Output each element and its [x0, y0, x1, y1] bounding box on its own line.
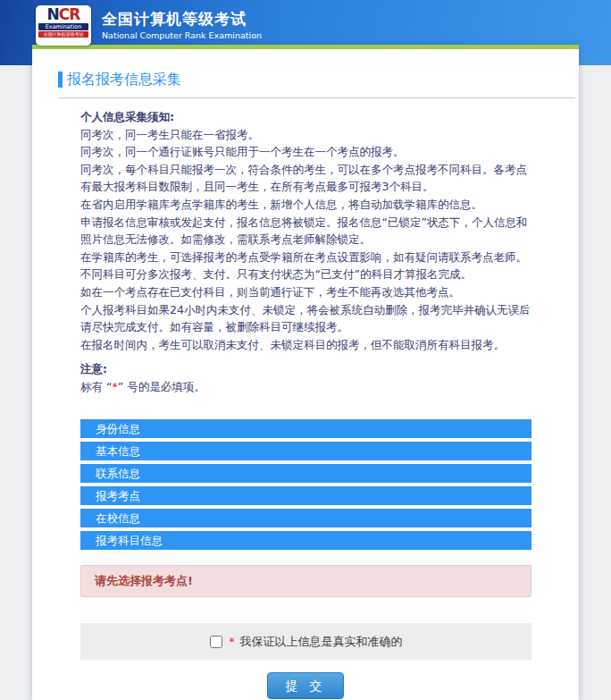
- form-section-list: 身份信息 基本信息 联系信息 报考考点 在校信息 报考科目信息: [80, 419, 531, 553]
- site-title: 全国计算机等级考试: [102, 10, 262, 28]
- ncre-logo-tagline: 全国计算机等级考试: [38, 31, 88, 38]
- submit-button[interactable]: 提 交: [267, 672, 344, 699]
- section-header-identity[interactable]: 身份信息: [80, 419, 531, 438]
- confirm-checkbox[interactable]: [210, 636, 222, 648]
- section-header-basic[interactable]: 基本信息: [80, 442, 531, 460]
- ncre-logo-examination: Examination: [38, 23, 88, 30]
- title-accent-bar: [58, 72, 63, 88]
- notice-line: 在报名时间内，考生可以取消未支付、未锁定科目的报考，但不能取消所有科目报考。: [80, 336, 531, 354]
- ncre-logo: NCR Examination 全国计算机等级考试: [36, 5, 91, 46]
- page-title: 报名报考信息采集: [67, 72, 181, 88]
- site-subtitle: National Computer Rank Examination: [102, 30, 262, 41]
- notice-line: 在学籍库的考生，可选择报考的考点受学籍所在考点设置影响，如有疑问请联系考点老师。: [80, 249, 531, 266]
- confirm-label: 我保证以上信息是真实和准确的: [240, 634, 403, 650]
- notice-line: 同考次，同一个通行证账号只能用于一个考生在一个考点的报考。: [80, 143, 531, 161]
- confirm-required-star: *: [230, 636, 235, 648]
- error-alert: 请先选择报考考点!: [80, 565, 531, 597]
- notice-line: 同考次，每个科目只能报考一次，符合条件的考生，可以在多个考点报考不同科目。各考点…: [80, 161, 531, 196]
- notice-line: 在省内启用学籍库考点学籍库的考生，新增个人信息，将自动加载学籍库的信息。: [80, 196, 531, 214]
- section-header-contact[interactable]: 联系信息: [80, 464, 531, 483]
- required-prefix: 标有 “: [80, 380, 112, 393]
- notice-line: 申请报名信息审核或发起支付，报名信息将被锁定。报名信息“已锁定”状态下，个人信息…: [80, 214, 531, 249]
- notice-note-heading: 注意:: [80, 360, 531, 378]
- notice-required-line: 标有 “*” 号的是必填项。: [80, 378, 531, 396]
- page-title-row: 报名报考信息采集: [58, 72, 575, 98]
- notice-block: 个人信息采集须知: 同考次，同一考生只能在一省报考。 同考次，同一个通行证账号只…: [80, 108, 531, 396]
- notice-heading: 个人信息采集须知:: [80, 108, 531, 126]
- notice-line: 个人报考科目如果24小时内未支付、未锁定，将会被系统自动删除，报考完毕并确认无误…: [80, 301, 531, 336]
- section-header-school[interactable]: 在校信息: [80, 509, 531, 527]
- site-header: NCR Examination 全国计算机等级考试 全国计算机等级考试 Nati…: [36, 5, 262, 46]
- notice-line: 同考次，同一考生只能在一省报考。: [80, 126, 531, 144]
- section-header-exam-site[interactable]: 报考考点: [80, 486, 531, 505]
- ncre-logo-letters: NCR: [38, 7, 88, 22]
- confirm-bar: * 我保证以上信息是真实和准确的: [80, 623, 531, 660]
- notice-line: 不同科目可分多次报考、支付。只有支付状态为“已支付”的科目才算报名完成。: [80, 266, 531, 283]
- section-header-subjects[interactable]: 报考科目信息: [80, 531, 531, 550]
- required-suffix: ” 号的是必填项。: [118, 380, 205, 393]
- content-panel: 报名报考信息采集 个人信息采集须知: 同考次，同一考生只能在一省报考。 同考次，…: [32, 45, 579, 700]
- notice-line: 如在一个考点存在已支付科目，则当前通行证下，考生不能再改选其他考点。: [80, 283, 531, 301]
